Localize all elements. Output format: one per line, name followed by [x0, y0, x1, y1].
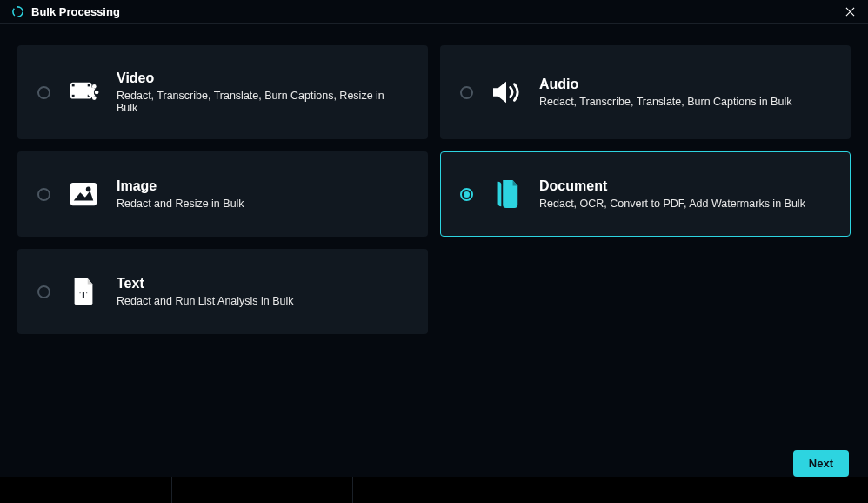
- radio-video[interactable]: [37, 86, 50, 99]
- text-icon: T: [66, 276, 101, 307]
- close-button[interactable]: [842, 4, 858, 20]
- document-icon: [489, 178, 524, 210]
- option-audio[interactable]: Audio Redact, Transcribe, Translate, Bur…: [440, 45, 851, 139]
- option-document[interactable]: Document Redact, OCR, Convert to PDF, Ad…: [440, 151, 851, 237]
- option-document-desc: Redact, OCR, Convert to PDF, Add Waterma…: [539, 198, 805, 210]
- app-icon: [10, 5, 24, 19]
- titlebar: Bulk Processing: [0, 0, 868, 24]
- svg-rect-3: [88, 84, 90, 87]
- options-grid: Video Redact, Transcribe, Translate, Bur…: [0, 24, 868, 334]
- option-audio-text: Audio Redact, Transcribe, Translate, Bur…: [539, 77, 791, 108]
- option-document-text: Document Redact, OCR, Convert to PDF, Ad…: [539, 178, 805, 210]
- titlebar-left: Bulk Processing: [10, 5, 120, 19]
- radio-image[interactable]: [37, 188, 50, 201]
- option-image[interactable]: Image Redact and Resize in Bulk: [17, 151, 428, 237]
- option-image-title: Image: [117, 178, 244, 194]
- app-title: Bulk Processing: [31, 5, 120, 18]
- option-text-title: Text: [117, 276, 294, 292]
- option-video-text: Video Redact, Transcribe, Translate, Bur…: [117, 70, 408, 114]
- option-image-desc: Redact and Resize in Bulk: [117, 198, 244, 210]
- footer: Next: [793, 450, 849, 477]
- image-icon: [66, 178, 101, 210]
- radio-document[interactable]: [460, 188, 473, 201]
- bottom-section-3: [353, 477, 868, 503]
- option-text-desc: Redact and Run List Analysis in Bulk: [117, 295, 294, 307]
- svg-point-7: [92, 96, 97, 100]
- option-image-text: Image Redact and Resize in Bulk: [117, 178, 244, 210]
- svg-rect-8: [70, 183, 97, 205]
- option-document-title: Document: [539, 178, 805, 194]
- svg-rect-2: [72, 95, 75, 97]
- svg-point-6: [95, 91, 99, 95]
- audio-icon: [489, 77, 524, 108]
- svg-point-9: [86, 187, 91, 192]
- option-audio-desc: Redact, Transcribe, Translate, Burn Capt…: [539, 96, 791, 108]
- svg-point-5: [92, 84, 97, 89]
- video-icon: [66, 77, 101, 108]
- option-text-text: Text Redact and Run List Analysis in Bul…: [117, 276, 294, 307]
- bottom-section-2: [172, 477, 353, 503]
- svg-text:T: T: [80, 288, 88, 301]
- option-audio-title: Audio: [539, 77, 791, 92]
- option-video-title: Video: [117, 70, 408, 86]
- option-video-desc: Redact, Transcribe, Translate, Burn Capt…: [117, 90, 408, 114]
- option-video[interactable]: Video Redact, Transcribe, Translate, Bur…: [17, 45, 428, 139]
- svg-rect-1: [72, 84, 75, 87]
- next-button[interactable]: Next: [793, 450, 849, 477]
- bottom-bar: [0, 477, 868, 503]
- radio-text[interactable]: [37, 285, 50, 298]
- radio-audio[interactable]: [460, 86, 473, 99]
- option-text[interactable]: T Text Redact and Run List Analysis in B…: [17, 249, 428, 334]
- bottom-section-1: [0, 477, 172, 503]
